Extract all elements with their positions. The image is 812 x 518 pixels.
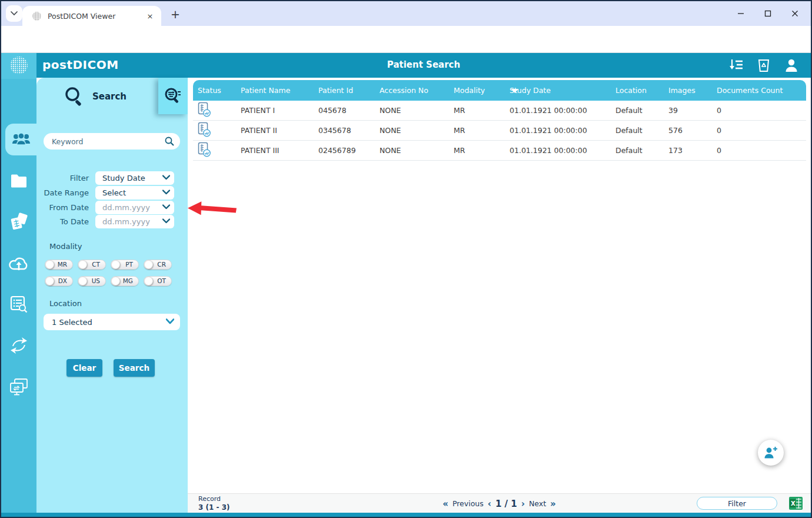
screens-share-icon [9,378,28,396]
advanced-search-icon [164,87,182,105]
location-cell: Default [611,106,664,115]
chevron-down-icon [162,190,170,195]
search-panel: Search Filter Study Date Date Range Sele… [36,78,188,513]
excel-icon: X [789,497,803,510]
tab-close-icon[interactable]: × [145,11,155,21]
patient-id-cell: 02456789 [314,146,375,155]
tab-search[interactable]: Search [36,78,154,115]
sidebar-item-upload[interactable] [1,247,36,279]
filter-select[interactable]: Study Date [95,171,174,185]
clear-button[interactable]: Clear [66,359,102,377]
col-documents-count[interactable]: Documents Count [712,86,806,95]
main-content: Status Patient Name Patient Id Accession… [188,78,811,513]
app-logo-square[interactable] [1,53,36,79]
status-cell [193,142,236,159]
search-button[interactable]: Search [114,359,155,377]
download-queue-button[interactable] [727,57,745,74]
modality-toggle-ot[interactable]: OT [144,276,172,286]
search-tab-icon [64,87,84,107]
record-cards-icon [9,212,28,231]
modality-toggle-pt[interactable]: PT [111,260,139,270]
keyword-field[interactable] [44,133,180,150]
patients-icon [12,132,31,147]
modality-toggle-cr[interactable]: CR [144,260,172,270]
last-page-icon[interactable]: » [550,499,556,509]
status-cell [193,102,236,119]
annotation-arrow [187,200,238,218]
tab-advanced-search[interactable] [158,78,188,114]
browser-toolbar: germany.postdicom.com/Viewer/Main G A [1,26,811,53]
modality-label: Modality [49,242,82,251]
list-search-icon [10,295,28,313]
col-patient-id[interactable]: Patient Id [314,86,375,95]
from-date-select[interactable]: dd.mm.yyyy [95,201,174,214]
modality-toggle-ct[interactable]: CT [78,260,106,270]
sidebar-item-sync[interactable] [1,330,36,361]
sidebar-item-patients[interactable] [5,124,36,155]
accession-cell: NONE [375,106,449,115]
first-page-icon[interactable]: « [442,499,448,509]
previous-button[interactable]: Previous [452,499,484,508]
col-study-date[interactable]: Study Date [505,86,611,95]
patient-table: Status Patient Name Patient Id Accession… [193,80,806,161]
table-row[interactable]: PATIENT I 045678 NONE MR 01.01.1921 00:0… [193,101,806,121]
person-plus-icon [764,446,778,459]
table-row[interactable]: PATIENT III 02456789 NONE MR 01.01.1921 … [193,141,806,161]
browser-tab[interactable]: PostDICOM Viewer × [22,6,161,26]
keyword-input[interactable] [52,137,165,146]
modality-toggle-dx[interactable]: DX [45,276,73,286]
svg-text:X: X [791,500,796,507]
previous-page-icon[interactable]: ‹ [488,499,491,509]
modality-toggle-mg[interactable]: MG [111,276,139,286]
modality-toggle-mr[interactable]: MR [45,260,73,270]
tab-title: PostDICOM Viewer [48,12,145,21]
modality-toggle-us[interactable]: US [78,276,106,286]
patient-name-cell: PATIENT I [236,106,314,115]
tab-search-label: Search [92,91,127,102]
to-date-select[interactable]: dd.mm.yyyy [95,215,174,228]
location-cell: Default [611,146,664,155]
col-accession-no[interactable]: Accession No [375,86,449,95]
maximize-icon [764,10,771,17]
date-range-row: Date Range Select [36,185,188,200]
sidebar-item-records[interactable] [1,206,36,238]
recycle-bin-button[interactable] [755,57,773,74]
table-header-row: Status Patient Name Patient Id Accession… [193,80,806,101]
location-select[interactable]: 1 Selected [44,314,180,330]
search-icon [165,137,174,146]
account-button[interactable] [783,57,800,74]
add-patient-button[interactable] [758,440,784,466]
col-images[interactable]: Images [664,86,712,95]
close-icon [791,10,798,17]
recycle-bin-icon [758,58,770,72]
patient-name-cell: PATIENT III [236,146,314,155]
col-modality[interactable]: Modality [449,86,505,95]
col-location[interactable]: Location [611,86,664,95]
patient-id-cell: 0345678 [314,126,375,135]
new-tab-button[interactable]: + [168,6,183,22]
window-minimize-button[interactable] [727,1,754,26]
study-date-cell: 01.01.1921 00:00:00 [505,106,611,115]
col-patient-name[interactable]: Patient Name [236,86,314,95]
minimize-icon [737,10,744,17]
toggle-knob [78,260,87,269]
browser-window: PostDICOM Viewer × + germany.postdicom.c… [0,0,812,518]
study-status-icon [198,102,211,117]
sidebar-item-share-screens[interactable] [1,371,36,403]
to-date-label: To Date [36,217,95,226]
next-button[interactable]: Next [529,499,546,508]
patient-name-cell: PATIENT II [236,126,314,135]
window-maximize-button[interactable] [754,1,781,26]
study-status-icon [198,122,211,137]
window-close-button[interactable] [781,1,808,26]
filter-button[interactable]: Filter [697,497,777,510]
tab-search-button[interactable] [6,5,22,22]
sidebar-item-query[interactable] [1,288,36,320]
date-range-select[interactable]: Select [95,186,174,200]
export-excel-button[interactable]: X [789,497,803,510]
table-row[interactable]: PATIENT II 0345678 NONE MR 01.01.1921 00… [193,121,806,141]
sidebar-item-folders[interactable] [1,165,36,197]
col-status[interactable]: Status [193,86,236,95]
next-page-icon[interactable]: › [521,499,525,509]
toggle-knob [144,277,153,285]
